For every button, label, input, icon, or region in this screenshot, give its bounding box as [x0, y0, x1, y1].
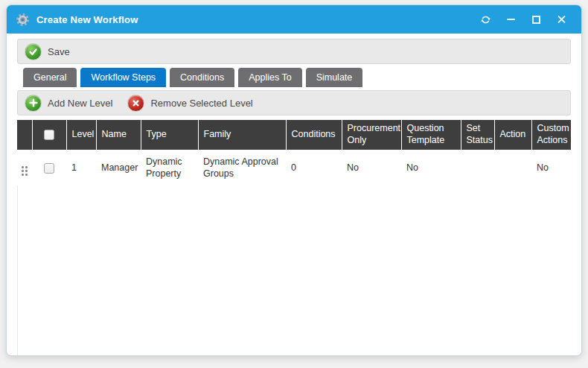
column-header-question-template: Question Template [401, 120, 461, 150]
save-toolbar: Save [17, 39, 571, 64]
window-title: Create New Workflow [36, 14, 138, 25]
cell-name: Manager [96, 150, 141, 185]
row-select-cell [32, 150, 66, 185]
minimize-button[interactable] [499, 10, 522, 29]
remove-selected-level-button[interactable]: Remove Selected Level [127, 95, 252, 112]
drag-column-header [17, 120, 32, 150]
add-new-level-label: Add New Level [48, 98, 112, 109]
cell-question-template: No [401, 150, 461, 185]
plus-circle-icon [25, 95, 42, 112]
column-header-set-status: Set Status [461, 120, 494, 150]
column-header-action: Action [494, 120, 531, 150]
tab-applies-to[interactable]: Applies To [238, 68, 301, 87]
tab-simulate[interactable]: Simulate [306, 68, 363, 87]
save-label: Save [48, 46, 70, 57]
cell-conditions: 0 [286, 150, 342, 185]
column-header-conditions: Conditions [286, 120, 342, 150]
close-button[interactable] [550, 10, 572, 29]
tab-strip: General Workflow Steps Conditions Applie… [17, 68, 571, 87]
cross-circle-icon [127, 95, 144, 112]
select-all-header [32, 120, 66, 150]
remove-selected-level-label: Remove Selected Level [150, 98, 252, 109]
cell-level: 1 [66, 150, 96, 185]
row-checkbox[interactable] [44, 163, 54, 174]
column-header-name: Name [96, 120, 141, 150]
refresh-icon [480, 14, 491, 25]
grid-empty-area [17, 185, 571, 355]
gear-icon [16, 13, 30, 27]
cell-set-status [461, 150, 494, 185]
add-new-level-button[interactable]: Add New Level [25, 95, 112, 112]
maximize-button[interactable] [525, 10, 547, 29]
workflow-steps-grid: Level Name Type Family Conditions Procur… [17, 120, 571, 355]
column-header-type: Type [141, 120, 198, 150]
save-button[interactable]: Save [25, 43, 70, 60]
column-header-custom-actions: Custom Actions [531, 120, 571, 150]
grid-header-row: Level Name Type Family Conditions Procur… [17, 120, 571, 150]
column-header-procurement-only: Procurement Only [342, 120, 401, 150]
cell-procurement-only: No [342, 150, 401, 185]
column-header-family: Family [198, 120, 286, 150]
select-all-checkbox[interactable] [44, 130, 54, 140]
table-row: 1 Manager Dynamic Property Dynamic Appro… [17, 150, 571, 185]
cell-custom-actions: No [531, 150, 571, 185]
maximize-icon [532, 16, 540, 24]
tab-workflow-steps[interactable]: Workflow Steps [80, 68, 166, 87]
check-circle-icon [25, 43, 42, 60]
cell-family: Dynamic Approval Groups [198, 150, 286, 185]
level-toolbar: Add New Level Remove Selected Level [17, 90, 571, 115]
cell-action [494, 150, 531, 185]
tab-conditions[interactable]: Conditions [170, 68, 234, 87]
title-bar: Create New Workflow [7, 5, 581, 34]
cell-type: Dynamic Property [141, 150, 198, 185]
close-icon [557, 15, 566, 25]
tab-general[interactable]: General [23, 68, 77, 87]
create-new-workflow-dialog: Create New Workflow Save [6, 4, 582, 356]
drag-handle-icon[interactable] [22, 166, 28, 176]
column-header-level: Level [66, 120, 96, 150]
minimize-icon [507, 19, 515, 20]
row-drag-cell [17, 150, 32, 185]
refresh-button[interactable] [474, 10, 496, 29]
dialog-body: Save General Workflow Steps Conditions A… [7, 34, 581, 355]
